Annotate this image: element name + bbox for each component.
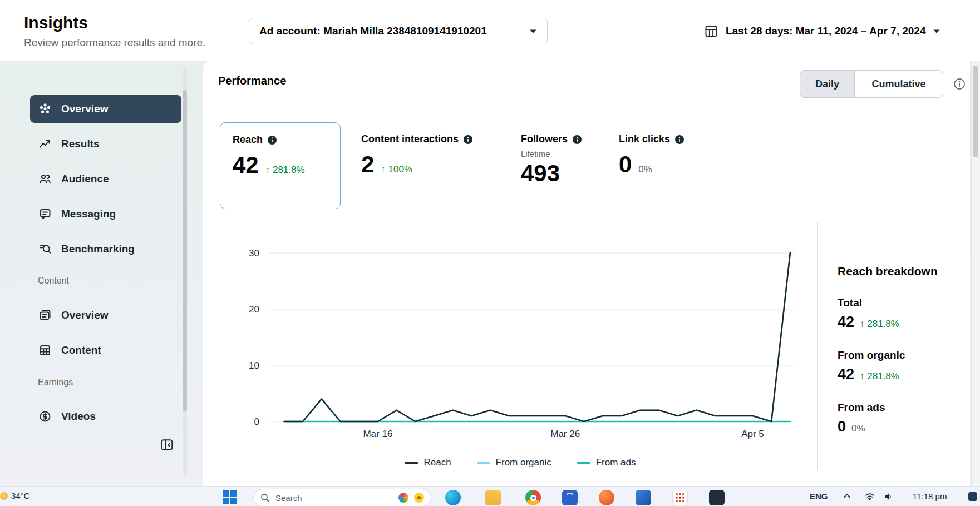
audience-icon xyxy=(38,172,52,186)
metric-value: 493 xyxy=(521,162,560,185)
app-icon-browser-teal[interactable] xyxy=(445,490,461,505)
search-icon xyxy=(260,493,270,503)
sidebar-item-results[interactable]: Results xyxy=(30,130,181,158)
sidebar-section-content: Content xyxy=(38,276,69,286)
breakdown-delta-value: 281.8% xyxy=(867,371,899,381)
messaging-icon xyxy=(38,207,52,221)
collapse-sidebar-icon xyxy=(160,438,174,452)
sidebar-scrollbar-thumb[interactable] xyxy=(183,90,187,411)
date-range-label: Last 28 days: Mar 11, 2024 – Apr 7, 2024 xyxy=(726,25,925,37)
svg-text:Apr 5: Apr 5 xyxy=(741,429,764,439)
legend-item: From ads xyxy=(577,457,636,468)
breakdown-value: 42 xyxy=(838,366,854,383)
sidebar-item-content-overview[interactable]: Overview xyxy=(30,301,181,329)
wifi-icon[interactable] xyxy=(865,493,874,500)
speaker-icon[interactable] xyxy=(884,493,893,500)
calendar-icon xyxy=(704,24,718,38)
ad-account-label: Ad account: Mariah Milla 238481091419102… xyxy=(259,25,487,37)
sidebar-item-overview[interactable]: Overview xyxy=(30,95,181,123)
section-divider xyxy=(817,222,818,470)
performance-panel: Performance Daily Cumulative Reach 42 ↑ … xyxy=(203,61,970,486)
cumulative-toggle-button[interactable]: Cumulative xyxy=(854,70,943,98)
up-arrow-icon: ↑ xyxy=(265,165,270,175)
taskbar-search[interactable]: Search xyxy=(253,489,431,506)
metric-sublabel: Lifetime xyxy=(521,149,582,158)
metric-value: 0 xyxy=(619,153,632,176)
ad-account-dropdown[interactable]: Ad account: Mariah Milla 238481091419102… xyxy=(249,18,548,44)
up-arrow-icon: ↑ xyxy=(860,319,865,329)
breakdown-row-value: 42 ↑ 281.8% xyxy=(838,314,899,331)
info-icon[interactable] xyxy=(573,135,582,144)
app-icon-orange[interactable] xyxy=(599,490,614,505)
app-icon-dot-grid[interactable] xyxy=(672,490,688,505)
page-header: Insights Review performance results and … xyxy=(0,0,980,61)
taskbar-clock[interactable]: 11:18 pm xyxy=(913,492,947,501)
daily-toggle-button[interactable]: Daily xyxy=(800,70,855,98)
sidebar-item-videos[interactable]: Videos xyxy=(30,403,181,430)
svg-text:30: 30 xyxy=(249,248,259,259)
photos-app-icon[interactable] xyxy=(636,490,651,505)
sidebar-item-audience[interactable]: Audience xyxy=(30,165,181,193)
chrome-icon[interactable] xyxy=(525,490,541,505)
sidebar-item-label: Messaging xyxy=(61,208,116,220)
info-icon[interactable] xyxy=(675,135,684,144)
breakdown-row-value: 42 ↑ 281.8% xyxy=(838,366,899,383)
breakdown-delta-value: 281.8% xyxy=(867,319,899,329)
breakdown-delta: ↑ 281.8% xyxy=(860,319,899,330)
tray-chevron-up-icon[interactable] xyxy=(843,493,851,498)
windows-taskbar: 34°C Search ENG 11:18 pm xyxy=(0,486,980,506)
metric-delta: ↑ 281.8% xyxy=(265,165,305,176)
sidebar-item-messaging[interactable]: Messaging xyxy=(30,200,181,228)
metric-card-link-clicks[interactable]: Link clicks 0 0% xyxy=(619,133,684,176)
breakdown-title: Reach breakdown xyxy=(838,265,938,278)
sidebar-item-label: Overview xyxy=(61,103,109,115)
sidebar-item-label: Content xyxy=(61,344,101,356)
page-subtitle: Review performance results and more. xyxy=(24,37,205,49)
legend-label: Reach xyxy=(423,457,451,468)
sidebar-item-label: Audience xyxy=(61,173,109,185)
legend-swatch xyxy=(477,462,490,464)
legend-swatch xyxy=(577,462,590,464)
legend-label: From organic xyxy=(496,457,551,468)
briefcase-app-icon[interactable] xyxy=(562,490,578,505)
breakdown-row-label: From ads xyxy=(838,401,885,414)
breakdown-delta: ↑ 281.8% xyxy=(860,371,899,382)
svg-text:Mar 16: Mar 16 xyxy=(363,429,392,439)
breakdown-value: 0 xyxy=(838,418,846,435)
language-indicator[interactable]: ENG xyxy=(810,492,828,501)
notification-badge[interactable] xyxy=(968,492,977,501)
metric-delta-value: 281.8% xyxy=(273,165,305,175)
legend-label: From ads xyxy=(596,457,636,468)
metric-card-reach[interactable]: Reach 42 ↑ 281.8% xyxy=(220,122,341,209)
info-icon[interactable] xyxy=(268,136,277,145)
dollar-circle-icon xyxy=(38,409,52,424)
info-icon[interactable] xyxy=(953,78,966,90)
weather-icon xyxy=(0,492,8,500)
grid-table-icon xyxy=(38,343,52,358)
chart-legend: ReachFrom organicFrom ads xyxy=(234,457,807,468)
sidebar-item-benchmarking[interactable]: Benchmarking xyxy=(30,235,181,263)
weather-widget[interactable]: 34°C xyxy=(0,491,30,500)
app-icon-dark[interactable] xyxy=(709,490,725,505)
results-icon xyxy=(38,137,52,151)
chevron-down-icon xyxy=(933,29,940,34)
up-arrow-icon: ↑ xyxy=(860,371,865,381)
svg-text:20: 20 xyxy=(249,304,259,315)
info-icon[interactable] xyxy=(464,135,472,144)
metric-card-followers[interactable]: Followers Lifetime 493 xyxy=(521,133,582,185)
overview-icon xyxy=(38,102,52,116)
sidebar-item-label: Results xyxy=(61,138,100,150)
legend-item: From organic xyxy=(477,457,551,468)
breakdown-value: 42 xyxy=(838,314,854,331)
collapse-sidebar-button[interactable] xyxy=(158,436,176,454)
performance-chart: 0102030Mar 16Mar 26Apr 5 xyxy=(234,242,807,442)
metric-card-content-interactions[interactable]: Content interactions 2 ↑ 100% xyxy=(361,133,472,176)
breakdown-row-label: From organic xyxy=(838,349,905,361)
start-button[interactable] xyxy=(223,490,237,504)
window-scrollbar-thumb[interactable] xyxy=(973,66,978,157)
date-range-dropdown[interactable]: Last 28 days: Mar 11, 2024 – Apr 7, 2024 xyxy=(704,17,940,45)
sidebar-item-content[interactable]: Content xyxy=(30,336,181,364)
legend-swatch xyxy=(405,462,418,464)
file-explorer-icon[interactable] xyxy=(485,490,501,505)
metric-delta-value: 100% xyxy=(388,164,412,175)
